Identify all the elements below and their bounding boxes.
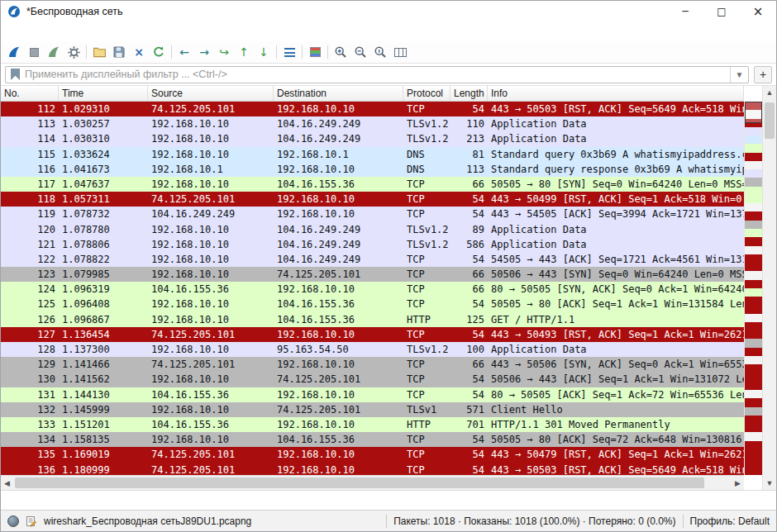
colorize-button[interactable] — [305, 43, 325, 61]
packet-no: 117 — [1, 177, 59, 192]
packet-row[interactable]: 116 1.041673 192.168.10.1 192.168.10.10 … — [1, 162, 744, 177]
add-filter-button[interactable]: + — [754, 66, 772, 83]
expert-info-icon[interactable] — [7, 515, 19, 527]
packet-time: 1.096867 — [59, 312, 148, 327]
packet-length: 54 — [450, 207, 488, 221]
menu-item[interactable] — [110, 31, 123, 34]
packet-row[interactable]: 130 1.141562 192.168.10.10 74.125.205.10… — [1, 372, 744, 387]
close-file-button[interactable]: × — [129, 43, 149, 61]
packet-row[interactable]: 119 1.078732 104.16.249.249 192.168.10.1… — [1, 207, 744, 221]
minimap-segment — [745, 246, 762, 254]
menu-item[interactable] — [123, 31, 136, 34]
go-back-button[interactable]: ← — [174, 43, 194, 61]
column-header-protocol[interactable]: Protocol — [403, 86, 450, 101]
packet-row[interactable]: 114 1.030310 192.168.10.10 104.16.249.24… — [1, 131, 744, 146]
menu-item[interactable] — [97, 31, 110, 34]
close-button[interactable]: × — [740, 1, 776, 22]
packet-length: 54 — [450, 463, 488, 476]
horizontal-scrollbar[interactable]: ◀ ▶ — [1, 475, 744, 490]
capture-file-name[interactable]: wireshark_Беспроводная сетьJ89DU1.pcapng — [44, 515, 251, 527]
packet-row[interactable]: 134 1.158135 192.168.10.10 104.16.155.36… — [1, 432, 744, 447]
menu-item[interactable] — [70, 31, 83, 34]
go-forward-button[interactable]: → — [194, 43, 214, 61]
zoom-out-button[interactable] — [350, 43, 370, 61]
packet-row[interactable]: 118 1.057311 74.125.205.101 192.168.10.1… — [1, 192, 744, 207]
menu-item[interactable] — [31, 31, 44, 34]
packet-row[interactable]: 131 1.144130 104.16.155.36 192.168.10.10… — [1, 387, 744, 402]
scroll-down-icon[interactable]: ▼ — [766, 479, 774, 487]
packet-info: 443 → 50506 [SYN, ACK] Seq=0 Ack=1 Win=6… — [488, 357, 744, 372]
packet-row[interactable]: 112 1.029310 74.125.205.101 192.168.10.1… — [1, 102, 744, 116]
minimize-button[interactable]: ─ — [667, 1, 703, 22]
menu-item[interactable] — [136, 31, 150, 34]
goto-packet-button[interactable]: ↪ — [214, 43, 234, 61]
packet-time: 1.079985 — [59, 267, 148, 282]
scroll-right-icon[interactable]: ▶ — [735, 479, 741, 487]
packet-destination: 104.16.249.249 — [274, 237, 403, 252]
packet-row[interactable]: 129 1.141466 74.125.205.101 192.168.10.1… — [1, 357, 744, 372]
packet-row[interactable]: 121 1.078806 192.168.10.10 104.16.249.24… — [1, 237, 744, 252]
column-header-length[interactable]: Length — [450, 86, 488, 101]
profile-selector[interactable]: Профиль: Default — [690, 515, 770, 527]
menu-item[interactable] — [44, 31, 57, 34]
menu-item[interactable] — [57, 31, 70, 34]
column-header-source[interactable]: Source — [148, 86, 274, 101]
horizontal-scroll-thumb[interactable] — [15, 477, 704, 488]
packet-row[interactable]: 132 1.145999 192.168.10.10 74.125.205.10… — [1, 402, 744, 417]
open-file-button[interactable] — [89, 43, 109, 61]
packet-row[interactable]: 133 1.151201 104.16.155.36 192.168.10.10… — [1, 417, 744, 432]
display-filter-input[interactable] — [25, 69, 730, 80]
packet-source: 74.125.205.101 — [148, 447, 274, 462]
packet-source: 192.168.10.10 — [148, 252, 274, 267]
packet-row[interactable]: 123 1.079985 192.168.10.10 74.125.205.10… — [1, 267, 744, 282]
scroll-left-icon[interactable]: ◀ — [4, 479, 10, 487]
packet-destination: 192.168.10.10 — [274, 327, 403, 342]
last-packet-button[interactable]: ↓ — [254, 43, 274, 61]
packet-row[interactable]: 122 1.078822 192.168.10.10 104.16.249.24… — [1, 252, 744, 267]
capture-comment-icon[interactable] — [26, 515, 37, 527]
packet-row[interactable]: 120 1.078780 192.168.10.10 104.16.249.24… — [1, 222, 744, 237]
menu-item[interactable] — [83, 31, 97, 34]
packet-protocol: HTTP — [403, 312, 450, 327]
minimap-segment — [745, 187, 762, 195]
packet-row[interactable]: 128 1.137300 192.168.10.10 95.163.54.50 … — [1, 342, 744, 357]
reload-file-button[interactable] — [149, 43, 169, 61]
scroll-up-icon[interactable]: ▲ — [766, 88, 774, 97]
resize-columns-button[interactable] — [390, 43, 410, 61]
column-header-time[interactable]: Time — [59, 86, 148, 101]
packet-row[interactable]: 124 1.096319 104.16.155.36 192.168.10.10… — [1, 282, 744, 297]
column-header-info[interactable]: Info — [488, 86, 744, 101]
zoom-original-button[interactable] — [370, 43, 390, 61]
packet-protocol: TCP — [403, 372, 450, 387]
start-capture-button[interactable] — [4, 43, 24, 61]
first-packet-button[interactable]: ↑ — [234, 43, 254, 61]
filter-bookmark-icon[interactable] — [11, 69, 20, 80]
autoscroll-button[interactable] — [279, 43, 299, 61]
packet-row[interactable]: 125 1.096408 192.168.10.10 104.16.155.36… — [1, 297, 744, 311]
stop-capture-button[interactable] — [24, 43, 44, 61]
packet-row[interactable]: 115 1.033624 192.168.10.10 192.168.10.1 … — [1, 147, 744, 162]
column-header-no[interactable]: No. — [1, 86, 59, 101]
packet-row[interactable]: 135 1.169019 74.125.205.101 192.168.10.1… — [1, 447, 744, 462]
packet-row[interactable]: 127 1.136454 74.125.205.101 192.168.10.1… — [1, 327, 744, 342]
packet-source: 104.16.155.36 — [148, 417, 274, 432]
filter-history-dropdown[interactable]: ▼ — [730, 67, 748, 83]
zoom-in-button[interactable] — [331, 43, 350, 61]
save-file-button[interactable] — [109, 43, 129, 61]
packet-row[interactable]: 117 1.047637 192.168.10.10 104.16.155.36… — [1, 177, 744, 192]
menu-item[interactable] — [17, 31, 31, 34]
packet-length: 66 — [450, 177, 488, 192]
packet-row[interactable]: 126 1.096867 192.168.10.10 104.16.155.36… — [1, 312, 744, 327]
menu-item[interactable] — [4, 31, 17, 34]
packet-row[interactable]: 136 1.180999 74.125.205.101 192.168.10.1… — [1, 463, 744, 476]
packet-no: 115 — [1, 147, 59, 162]
vertical-scroll-thumb[interactable] — [765, 102, 775, 139]
minimap-viewport-indicator[interactable] — [745, 102, 762, 123]
restart-capture-button[interactable] — [44, 43, 64, 61]
column-header-destination[interactable]: Destination — [274, 86, 403, 101]
packet-row[interactable]: 113 1.030257 192.168.10.10 104.16.249.24… — [1, 116, 744, 131]
capture-options-button[interactable] — [64, 43, 83, 61]
maximize-button[interactable]: □ — [703, 1, 740, 22]
packet-minimap[interactable] — [744, 102, 762, 475]
vertical-scrollbar[interactable]: ▲ ▼ — [762, 86, 776, 490]
